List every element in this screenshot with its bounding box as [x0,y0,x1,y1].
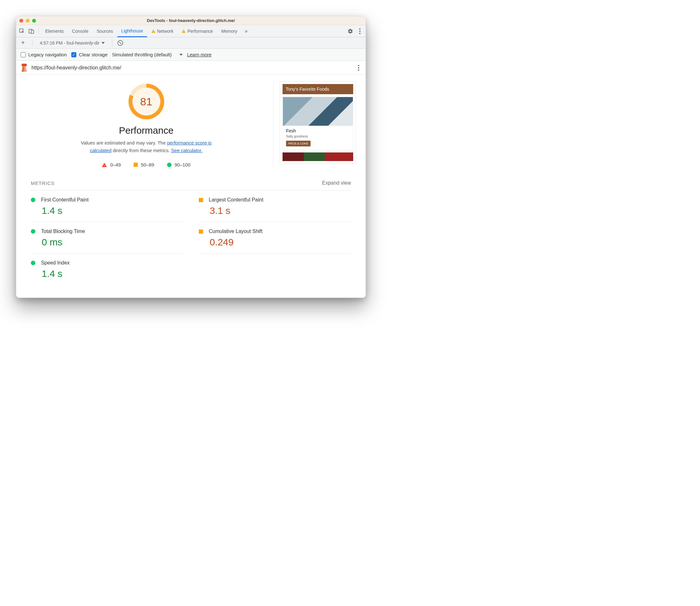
throttling-label: Simulated throttling (default) [112,52,172,57]
performance-gauge[interactable]: 81 [128,84,164,119]
inspect-element-icon[interactable] [18,27,26,36]
performance-gauge-section: 81 Performance Values are estimated and … [26,81,273,167]
tab-memory[interactable]: Memory [217,25,241,37]
lighthouse-logo-icon [21,64,28,72]
tab-console[interactable]: Console [68,25,92,37]
minimize-window-button[interactable] [26,19,30,23]
close-window-button[interactable] [19,19,23,23]
desc-text: Values are estimated and may vary. The [81,140,167,145]
clear-storage-checkbox[interactable]: ✓ Clear storage [71,52,107,57]
score-legend: 0–49 50–89 90–100 [102,162,190,167]
metric-row[interactable]: Largest Contentful Paint3.1 s [199,191,351,222]
tab-sources[interactable]: Sources [93,25,117,37]
circle-pass-icon [167,163,171,167]
preview-item-subtitle: Salty goodness [286,135,350,138]
metric-label: Cumulative Layout Shift [209,229,263,234]
status-average-icon [199,230,203,234]
report-menu-icon[interactable] [356,63,361,73]
performance-description: Values are estimated and may vary. The p… [73,139,220,154]
metric-value: 0 ms [42,237,183,248]
metric-label: Speed Index [41,260,70,266]
clear-storage-label: Clear storage [79,52,107,57]
tab-elements[interactable]: Elements [41,25,68,37]
learn-more-link[interactable]: Learn more [187,52,212,57]
clear-icon[interactable] [117,40,123,46]
status-average-icon [199,198,203,202]
metric-value: 1.4 s [42,268,183,279]
chevron-down-icon [179,54,183,56]
tab-lighthouse[interactable]: Lighthouse [117,25,147,37]
report-summary: 81 Performance Values are estimated and … [16,75,366,177]
metrics-grid: First Contentful Paint1.4 sLargest Conte… [31,191,351,285]
separator [112,40,112,46]
legacy-navigation-checkbox[interactable]: Legacy navigation [21,52,67,57]
more-tabs-icon[interactable]: » [242,27,251,36]
preview-image [283,153,353,161]
metric-row[interactable]: First Contentful Paint1.4 s [31,191,183,222]
legend-pass-label: 90–100 [175,162,191,167]
metrics-section: METRICS Expand view First Contentful Pai… [16,177,366,298]
status-pass-icon [31,197,35,202]
preview-image [283,97,353,126]
page-preview: Tony's Favorite Foods Fesh Salty goodnes… [276,81,356,167]
tab-network-label: Network [157,29,173,34]
metric-label: Largest Contentful Paint [209,197,263,203]
new-report-button[interactable]: + [19,39,27,46]
svg-rect-2 [31,30,34,33]
performance-score: 81 [132,88,160,116]
window-title: DevTools - foul-heavenly-direction.glitc… [16,18,366,23]
report-url: https://foul-heavenly-direction.glitch.m… [31,65,121,71]
legend-fail: 0–49 [102,162,121,167]
preview-item-button: PROS & CONS [286,141,311,146]
triangle-fail-icon [102,163,107,167]
metric-value: 0.249 [210,237,351,248]
metric-value: 3.1 s [210,205,351,216]
legacy-navigation-label: Legacy navigation [28,52,67,57]
metric-row[interactable]: Speed Index1.4 s [31,254,183,285]
separator [32,40,32,46]
separator [39,28,39,35]
throttling-select[interactable]: Simulated throttling (default) [112,52,183,57]
performance-heading: Performance [119,125,174,136]
metric-row[interactable]: Total Blocking Time0 ms [31,222,183,254]
report-selector-label: 4:57:16 PM - foul-heavenly-dir [40,41,100,46]
titlebar: DevTools - foul-heavenly-direction.glitc… [16,16,366,25]
metric-value: 1.4 s [42,205,183,216]
preview-item-title: Fesh [286,128,350,133]
desc-text: directly from these metrics. [111,148,171,153]
panel-tabbar: Elements Console Sources Lighthouse Netw… [16,25,366,37]
device-toolbar-icon[interactable] [27,27,36,36]
legend-pass: 90–100 [167,162,191,167]
expand-view-toggle[interactable]: Expand view [322,180,351,186]
status-pass-icon [31,261,35,265]
metrics-header: METRICS Expand view [31,180,351,191]
lighthouse-toolbar: + 4:57:16 PM - foul-heavenly-dir [16,37,366,49]
traffic-lights [19,19,36,23]
kebab-menu-icon[interactable] [356,27,364,36]
preview-header: Tony's Favorite Foods [283,84,353,94]
devtools-window: DevTools - foul-heavenly-direction.glitc… [16,16,366,298]
warning-icon [151,29,155,33]
metric-label: First Contentful Paint [41,197,89,203]
see-calculator-link[interactable]: See calculator. [171,148,202,153]
checkbox-checked-icon: ✓ [71,52,76,57]
preview-card: Tony's Favorite Foods Fesh Salty goodnes… [280,81,356,164]
tab-network[interactable]: Network [148,25,177,37]
metrics-title: METRICS [31,181,55,186]
report-selector[interactable]: 4:57:16 PM - foul-heavenly-dir [38,39,107,47]
tab-performance-label: Performance [187,29,213,34]
square-average-icon [134,163,138,167]
tab-performance[interactable]: Performance [178,25,217,37]
metric-row[interactable]: Cumulative Layout Shift0.249 [199,222,351,254]
legend-fail-label: 0–49 [110,162,121,167]
warning-icon [182,29,186,33]
metric-label: Total Blocking Time [41,229,85,234]
chevron-down-icon [101,42,105,44]
status-pass-icon [31,229,35,234]
preview-item: Fesh Salty goodness PROS & CONS [283,97,353,150]
report-url-bar: https://foul-heavenly-direction.glitch.m… [16,61,366,75]
legend-average: 50–89 [134,162,154,167]
checkbox-icon [21,52,26,57]
zoom-window-button[interactable] [32,19,36,23]
settings-gear-icon[interactable] [346,27,355,36]
